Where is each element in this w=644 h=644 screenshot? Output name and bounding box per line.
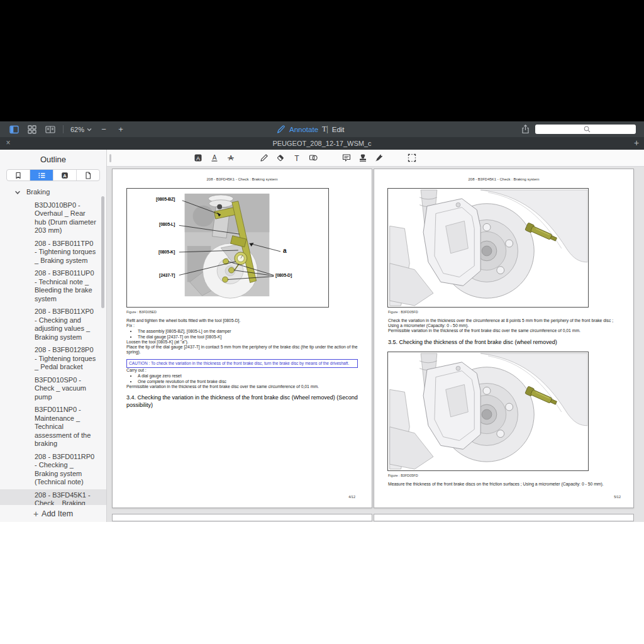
section-heading-3-4: 3.4. Checking the variation in the thick…: [126, 394, 358, 409]
outline-item[interactable]: 208 - B3FD45K1 - Check _ Braking system: [0, 489, 106, 506]
figure-brake-disc-check: [387, 188, 589, 308]
paragraph: Check the variation in the thickness ove…: [388, 318, 619, 328]
annotation-toolbar: AAA T: [107, 150, 644, 167]
search-input[interactable]: [535, 125, 636, 134]
shapes-tool-icon[interactable]: [308, 153, 318, 163]
outline-group-label: Braking: [26, 188, 50, 197]
bullet-item: The dial gauge [2437-T] on the tool [080…: [137, 335, 358, 340]
figure-label-0805-L: [0805-L]: [159, 222, 175, 226]
svg-text:A: A: [63, 173, 67, 179]
close-tab-button[interactable]: ×: [4, 137, 13, 150]
outline-item[interactable]: 208 - B3FB011UP0 - Technical note _ Blee…: [0, 267, 106, 306]
annotate-label: Annotate: [289, 126, 318, 133]
sidebar-toggle-icon[interactable]: [8, 124, 19, 135]
sidebar-title: Outline: [0, 150, 106, 166]
add-item-label: Add Item: [42, 509, 73, 518]
outline-items: B3DJ010BP0 - Overhaul _ Rear hub (Drum d…: [0, 199, 106, 506]
page-body-text: Refit and tighten the wheel bolts fitted…: [126, 318, 358, 389]
pages-canvas[interactable]: 208 - B3FD45K1 - Check : Braking system: [107, 167, 644, 522]
stamp-tool-icon[interactable]: [358, 153, 368, 163]
annotations-icon: A: [61, 172, 69, 179]
zoom-out-button[interactable]: −: [99, 125, 109, 134]
figure-caption: Figure : B3FD05FD: [388, 474, 633, 477]
zoom-level-value: 62%: [70, 126, 84, 133]
signature-tool-icon[interactable]: [374, 153, 384, 163]
outline-list-icon: [38, 172, 46, 179]
edit-label: Edit: [332, 126, 345, 133]
thumbnails-view-icon[interactable]: [26, 124, 38, 135]
pdf-app-window: 62% − + Annotate T| Edit PEUGEOT_20: [0, 121, 644, 522]
next-page-preview[interactable]: [112, 514, 372, 521]
highlight-tool-icon[interactable]: A: [193, 153, 203, 163]
pencil-tool-icon[interactable]: [259, 153, 269, 163]
paragraph: Place the tip of the dial gauge [2437-T]…: [126, 345, 358, 355]
zoom-in-button[interactable]: +: [116, 125, 126, 134]
page-header: 208 - B3FD45K1 - Check : Braking system: [374, 177, 633, 181]
figure-caption: Figure : B3FD05FD: [388, 310, 633, 314]
plus-icon: +: [33, 509, 38, 519]
annotate-tab[interactable]: Annotate: [277, 121, 318, 137]
paragraph: Loosen the tool [0805-K] (at "a").: [126, 340, 358, 345]
brake-disc-illustration: [388, 189, 588, 307]
bullet-item: One complete revolution of the front bra…: [137, 379, 358, 384]
comment-tool-icon[interactable]: [341, 153, 352, 163]
new-tab-button[interactable]: +: [631, 137, 641, 150]
tab-annotations[interactable]: A: [53, 170, 77, 180]
edit-tab[interactable]: T| Edit: [322, 121, 345, 137]
select-tool-icon[interactable]: [407, 153, 417, 163]
eraser-tool-icon[interactable]: [275, 153, 286, 163]
tab-pages[interactable]: [77, 170, 99, 180]
paragraph: Permissible variation in the thickness o…: [126, 384, 358, 389]
tab-outline[interactable]: [30, 170, 53, 180]
zoom-level-select[interactable]: 62%: [70, 126, 92, 133]
tab-bookmarks[interactable]: [7, 170, 30, 180]
sidebar-scrollbar[interactable]: [101, 196, 104, 308]
svg-text:A: A: [213, 154, 217, 161]
two-page-view-icon[interactable]: [45, 124, 56, 135]
desktop-white-area: [0, 522, 644, 644]
page-number: 4/12: [348, 495, 355, 499]
outline-group-braking[interactable]: Braking: [0, 185, 106, 199]
page-body-text: Check the variation in the thickness ove…: [388, 318, 619, 334]
paragraph: Refit and tighten the wheel bolts fitted…: [126, 318, 358, 323]
share-button[interactable]: [521, 121, 530, 137]
next-page-preview[interactable]: [374, 514, 634, 521]
paragraph: Fix :: [126, 323, 358, 328]
figure-label-0805-D: [0805-D]: [275, 273, 292, 277]
svg-text:T: T: [294, 154, 299, 163]
outline-item[interactable]: B3DJ010BP0 - Overhaul _ Rear hub (Drum d…: [0, 199, 106, 238]
dial-gauge-illustration: [127, 189, 328, 307]
paragraph: Permissible variation in the thickness o…: [388, 328, 619, 333]
annotate-pen-icon: [277, 125, 286, 133]
document-area: AAA T 208 - B3FD45K1 - Check : Braking s…: [107, 150, 644, 522]
document-tab-title[interactable]: PEUGEOT_208_12-17_WSM_c: [0, 137, 644, 150]
paragraph: Carry out :: [126, 368, 358, 373]
outline-item[interactable]: 208 - B3FB0128P0 - Tightening torques _ …: [0, 344, 106, 374]
underline-tool-icon[interactable]: A: [209, 153, 219, 163]
pdf-page-4: 208 - B3FD45K1 - Check : Braking system: [112, 169, 372, 508]
pdf-page-5: 208 - B3FD45K1 - Check : Braking system: [374, 169, 634, 508]
figure-label-2437-T: [2437-T]: [159, 273, 175, 277]
page-icon: [84, 172, 92, 179]
outline-item[interactable]: 208 - B3FB011TP0 - Tightening torques _ …: [0, 238, 106, 268]
outline-item[interactable]: B3FD010SP0 - Check _ vacuum pump: [0, 374, 106, 404]
pane-resize-handle[interactable]: [109, 154, 111, 162]
outline-item[interactable]: B3FD011NP0 - Maintenance _ Technical ass…: [0, 404, 106, 451]
share-icon: [521, 125, 530, 134]
chevron-down-icon: [14, 189, 21, 196]
outline-item[interactable]: 208 - B3FB011XP0 - Checking and adjustin…: [0, 306, 106, 344]
sidebar-mode-segmented-control: A: [6, 169, 100, 181]
edit-text-icon: T|: [322, 125, 328, 134]
page-number: 5/12: [614, 495, 621, 499]
page-body-text: Measure the thickness of the front brake…: [388, 482, 619, 487]
add-item-button[interactable]: + Add Item: [0, 505, 106, 522]
page-header: 208 - B3FD45K1 - Check : Braking system: [113, 177, 372, 181]
svg-text:A: A: [196, 155, 200, 162]
chevron-down-icon: [87, 128, 92, 131]
strikethrough-tool-icon[interactable]: A: [226, 153, 236, 163]
figure-dial-gauge-setup: [0805-BZ] [0805-L] [0805-K] [2437-T] [08…: [126, 188, 329, 308]
caution-box: CAUTION : To check the variation in the …: [126, 359, 358, 368]
text-tool-icon[interactable]: T: [292, 153, 302, 163]
outline-item[interactable]: 208 - B3FD011RP0 - Checking _ Braking sy…: [0, 451, 106, 489]
paragraph: Measure the thickness of the front brake…: [388, 482, 619, 487]
